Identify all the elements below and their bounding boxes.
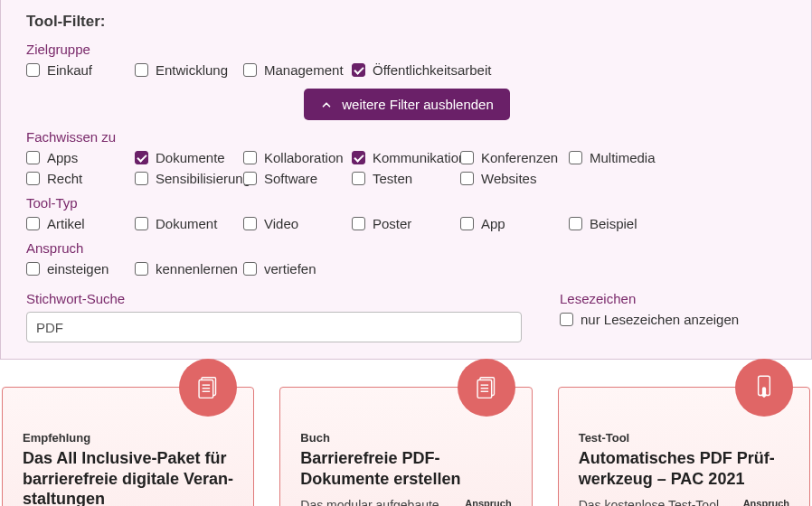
fachwissen-checkbox[interactable] <box>26 151 40 164</box>
result-card[interactable]: EmpfehlungDas All Inclusive-Paket für ba… <box>2 387 254 506</box>
zielgruppe-item[interactable]: Management <box>243 62 352 78</box>
tooltyp-label: Dokument <box>156 216 217 231</box>
search-input[interactable] <box>26 312 522 342</box>
result-card[interactable]: BuchBarrierefreie PDF-Dokumente erstelle… <box>279 387 532 506</box>
zielgruppe-item[interactable]: Entwicklung <box>135 62 243 78</box>
fachwissen-checkbox[interactable] <box>460 172 474 185</box>
fachwissen-label: Software <box>264 171 317 186</box>
zielgruppe-label: Öffentlichkeitsarbeit <box>373 62 491 78</box>
svg-rect-1 <box>199 380 213 398</box>
toggle-filters-button[interactable]: weitere Filter ausblenden <box>304 89 510 120</box>
anspruch-checkbox[interactable] <box>26 262 40 276</box>
zielgruppe-label: Entwicklung <box>156 62 228 78</box>
tooltyp-item[interactable]: Video <box>243 216 352 231</box>
fachwissen-label: Sensibilisierung <box>156 171 250 186</box>
toggle-row: weitere Filter ausblenden <box>26 89 788 120</box>
fachwissen-label: Apps <box>47 150 78 165</box>
card-eyebrow: Buch <box>300 431 511 445</box>
zielgruppe-checkbox[interactable] <box>135 63 148 77</box>
fachwissen-checkbox[interactable] <box>243 172 257 185</box>
anspruch-label: einsteigen <box>47 261 109 276</box>
anspruch-label: Anspruch <box>26 240 788 256</box>
panel-title: Tool-Filter: <box>26 13 788 31</box>
zielgruppe-label: Einkauf <box>47 62 92 78</box>
bookmark-option-label: nur Lesezeichen anzeigen <box>581 312 739 327</box>
card-desc: Das modular aufgebaute <box>300 498 458 506</box>
fachwissen-checkbox[interactable] <box>135 172 148 185</box>
tooltyp-label: Beispiel <box>590 216 637 231</box>
anspruch-item[interactable]: einsteigen <box>26 261 135 276</box>
fachwissen-item[interactable]: Kollaboration <box>243 150 352 165</box>
fachwissen-item[interactable]: Multimedia <box>569 150 677 165</box>
zielgruppe-label: Management <box>264 62 344 78</box>
bookmark-checkbox[interactable] <box>560 313 573 326</box>
tooltyp-checkbox[interactable] <box>26 217 40 230</box>
fachwissen-checkbox[interactable] <box>352 172 365 185</box>
fachwissen-label: Kommunikation <box>373 150 466 165</box>
zielgruppe-item[interactable]: Einkauf <box>26 62 135 78</box>
tooltyp-item[interactable]: Dokument <box>135 216 243 231</box>
anspruch-checkbox[interactable] <box>243 262 257 276</box>
tooltyp-item[interactable]: Beispiel <box>569 216 677 231</box>
fachwissen-checkbox[interactable] <box>569 151 582 164</box>
fachwissen-item[interactable]: Konferenzen <box>460 150 569 165</box>
tooltyp-checkbox[interactable] <box>569 217 582 230</box>
documents-icon <box>458 359 515 417</box>
zielgruppe-item[interactable]: Öffentlichkeitsarbeit <box>352 62 460 78</box>
anspruch-item[interactable]: kennenlernen <box>135 261 243 276</box>
fachwissen-checkbox[interactable] <box>135 151 148 164</box>
documents-icon <box>179 359 237 417</box>
tooltyp-checkbox[interactable] <box>135 217 148 230</box>
search-label: Stichwort-Suche <box>26 291 533 306</box>
anspruch-checkbox[interactable] <box>135 262 148 276</box>
tooltyp-item[interactable]: Poster <box>352 216 460 231</box>
fachwissen-item[interactable]: Dokumente <box>135 150 243 165</box>
card-anspruch-label: Anspruch <box>743 498 789 506</box>
bookmark-label: Lesezeichen <box>560 291 788 306</box>
card-eyebrow: Test-Tool <box>579 431 789 445</box>
tooltyp-label: Poster <box>373 216 411 231</box>
tooltyp-item[interactable]: Artikel <box>26 216 135 231</box>
fachwissen-label: Multimedia <box>590 150 656 165</box>
fachwissen-label: Websites <box>481 171 536 186</box>
toggle-label: weitere Filter ausblenden <box>342 97 494 112</box>
tooltyp-label: Video <box>264 216 298 231</box>
fachwissen-checkbox[interactable] <box>243 151 257 164</box>
fachwissen-item[interactable]: Software <box>243 171 352 186</box>
fachwissen-item[interactable]: Websites <box>460 171 569 186</box>
zielgruppe-checkbox[interactable] <box>26 63 40 77</box>
fachwissen-item[interactable]: Recht <box>26 171 135 186</box>
zielgruppe-checkbox[interactable] <box>352 63 365 77</box>
tooltyp-item[interactable]: App <box>460 216 569 231</box>
anspruch-label: kennenlernen <box>156 261 238 276</box>
fachwissen-label: Testen <box>373 171 412 186</box>
cards-row: EmpfehlungDas All Inclusive-Paket für ba… <box>0 360 812 506</box>
fachwissen-checkbox[interactable] <box>26 172 40 185</box>
anspruch-item[interactable]: vertiefen <box>243 261 352 276</box>
fachwissen-item[interactable]: Testen <box>352 171 460 186</box>
fachwissen-label: Dokumente <box>156 150 225 165</box>
card-anspruch-label: Anspruch <box>465 498 511 506</box>
fachwissen-grid: AppsDokumenteKollaborationKommunikationK… <box>26 150 788 186</box>
tooltyp-label: App <box>481 216 505 231</box>
card-title: Barrierefreie PDF-Dokumente erstellen <box>300 448 511 489</box>
fachwissen-item[interactable]: Sensibilisierung <box>135 171 243 186</box>
card-desc: Das kostenlose Test-Tool <box>579 498 736 506</box>
fachwissen-label: Recht <box>47 171 82 186</box>
tooltyp-label: Tool-Typ <box>26 195 788 211</box>
filter-panel: Tool-Filter: Zielgruppe EinkaufEntwicklu… <box>0 0 812 360</box>
fachwissen-item[interactable]: Kommunikation <box>352 150 460 165</box>
fachwissen-checkbox[interactable] <box>460 151 474 164</box>
svg-rect-6 <box>477 380 492 398</box>
tooltyp-checkbox[interactable] <box>243 217 257 230</box>
tooltyp-checkbox[interactable] <box>352 217 365 230</box>
tooltyp-label: Artikel <box>47 216 85 231</box>
anspruch-label: vertiefen <box>264 261 316 276</box>
tooltyp-checkbox[interactable] <box>460 217 474 230</box>
card-title: Automatisches PDF Prüf­werkzeug – PAC 20… <box>579 448 789 489</box>
fachwissen-checkbox[interactable] <box>352 151 365 164</box>
result-card[interactable]: Test-ToolAutomatisches PDF Prüf­werkzeug… <box>558 387 810 506</box>
fachwissen-item[interactable]: Apps <box>26 150 135 165</box>
anspruch-grid: einsteigenkennenlernenvertiefen <box>26 261 788 276</box>
zielgruppe-checkbox[interactable] <box>243 63 257 77</box>
